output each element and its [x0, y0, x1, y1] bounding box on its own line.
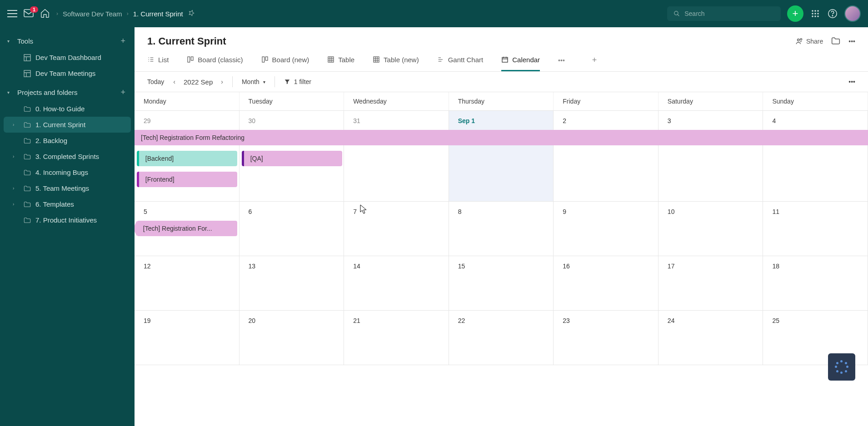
calendar-cell[interactable]: 20 — [239, 311, 344, 365]
calendar-date: 18 — [772, 263, 858, 270]
menu-icon[interactable] — [7, 10, 17, 17]
sidebar-item-project[interactable]: 4. Incoming Bugs — [4, 164, 131, 180]
svg-point-2 — [812, 10, 813, 12]
calendar-day-header: Saturday — [658, 92, 763, 110]
calendar-cell[interactable]: 21 — [344, 311, 449, 365]
svg-point-10 — [817, 15, 819, 17]
calendar-cell[interactable]: 14 — [344, 256, 449, 311]
tab-board-classic-[interactable]: Board (classic) — [187, 56, 243, 71]
calendar-date: 25 — [772, 317, 858, 324]
calendar-cell[interactable]: 22 — [449, 311, 554, 365]
folder-icon[interactable] — [831, 37, 840, 46]
calendar-cell[interactable]: Sep 1 — [449, 111, 554, 202]
sidebar-item-dev-meetings[interactable]: Dev Team Meetings — [4, 65, 131, 81]
calendar-event[interactable]: [Frontend] — [137, 172, 237, 187]
sidebar-item-project[interactable]: 0. How-to Guide — [4, 101, 131, 117]
chevron-down-icon: ▾ — [7, 39, 13, 44]
sidebar-section-label: Tools — [17, 37, 33, 45]
breadcrumb-item[interactable]: Software Dev Team — [63, 10, 122, 18]
calendar-more-icon[interactable]: ••• — [848, 78, 855, 85]
sidebar-item-project[interactable]: ›6. Templates — [4, 196, 131, 212]
event-label: [QA] — [250, 155, 263, 162]
calendar-date: 13 — [249, 263, 335, 270]
range-label: Month — [242, 78, 259, 85]
sidebar-section-projects[interactable]: ▾ Projects and folders + — [0, 84, 135, 101]
tab-table[interactable]: Table — [327, 56, 354, 71]
svg-rect-14 — [24, 70, 30, 77]
prev-month-button[interactable]: ‹ — [173, 78, 175, 85]
calendar-cell[interactable]: 19 — [135, 311, 239, 365]
calendar-event[interactable]: [Tech] Registration Form Refactoring — [135, 130, 868, 145]
calendar-cell[interactable]: 16 — [554, 256, 658, 311]
more-icon[interactable]: ••• — [848, 38, 855, 45]
calendar-cell[interactable]: 10 — [658, 202, 763, 256]
calendar-event[interactable]: [Backend] — [137, 151, 237, 166]
calendar-cell[interactable]: 23 — [554, 311, 658, 365]
share-button[interactable]: Share — [795, 37, 823, 45]
search-field[interactable] — [684, 10, 774, 17]
calendar-cell[interactable]: 17 — [658, 256, 763, 311]
tab-calendar[interactable]: Calendar — [501, 56, 540, 71]
calendar-cell[interactable]: 8 — [449, 202, 554, 256]
sidebar-item-label: 4. Incoming Bugs — [35, 168, 88, 176]
calendar-cell[interactable]: 7 — [344, 202, 449, 256]
calendar-event[interactable]: [Tech] Registration For... — [137, 221, 237, 236]
folder-icon — [24, 169, 31, 176]
calendar-day-header: Tuesday — [239, 92, 344, 110]
inbox-badge: 1 — [30, 6, 38, 13]
calendar-date: 6 — [249, 208, 335, 215]
calendar-cell[interactable]: 12 — [135, 256, 239, 311]
plus-icon[interactable]: + — [120, 36, 125, 46]
tab-gantt-chart[interactable]: Gantt Chart — [437, 56, 484, 71]
breadcrumb-item[interactable]: 1. Current Sprint — [133, 10, 183, 18]
search-input[interactable] — [667, 6, 781, 21]
create-button[interactable]: + — [787, 5, 803, 22]
plus-icon[interactable]: + — [120, 88, 125, 97]
tab-label: Table (new) — [384, 56, 419, 64]
calendar-toolbar: Today ‹ 2022 Sep › Month ▾ 1 filter ••• — [135, 72, 868, 92]
calendar-cell[interactable]: 18 — [763, 256, 868, 311]
tab-list[interactable]: List — [147, 56, 169, 71]
inbox-icon[interactable]: 1 — [24, 9, 34, 19]
chevron-right-icon: › — [13, 122, 17, 127]
calendar-cell[interactable]: 3 — [658, 111, 763, 202]
sidebar-item-project[interactable]: ›3. Completed Sprints — [4, 149, 131, 164]
folder-icon — [24, 154, 31, 160]
sidebar-section-tools[interactable]: ▾ Tools + — [0, 33, 135, 50]
calendar-cell[interactable]: 4 — [763, 111, 868, 202]
sidebar-item-project[interactable]: 2. Backlog — [4, 133, 131, 149]
sidebar-item-project[interactable]: 7. Product Initiatives — [4, 212, 131, 228]
calendar-cell[interactable]: 15 — [449, 256, 554, 311]
tab-table-new-[interactable]: Table (new) — [373, 56, 419, 71]
calendar-cell[interactable]: 9 — [554, 202, 658, 256]
sidebar-item-project[interactable]: ›1. Current Sprint — [4, 117, 131, 133]
calendar-tab-more-icon[interactable]: ••• — [558, 57, 565, 70]
add-view-button[interactable]: + — [592, 55, 597, 71]
avatar[interactable] — [844, 5, 861, 22]
range-select[interactable]: Month ▾ — [242, 78, 265, 85]
today-button[interactable]: Today — [147, 78, 164, 85]
calendar-date: 7 — [353, 208, 439, 215]
tab-icon — [373, 56, 380, 63]
home-icon[interactable] — [40, 8, 50, 20]
sidebar-item-label: 1. Current Sprint — [35, 121, 85, 129]
chevron-right-icon: › — [13, 154, 17, 159]
calendar-event[interactable]: [QA] — [242, 151, 342, 166]
tab-board-new-[interactable]: Board (new) — [261, 56, 309, 71]
next-month-button[interactable]: › — [221, 78, 223, 85]
apps-icon[interactable] — [810, 8, 821, 19]
calendar-cell[interactable]: 11 — [763, 202, 868, 256]
calendar-cell[interactable]: 31 — [344, 111, 449, 202]
filter-button[interactable]: 1 filter — [284, 78, 311, 85]
calendar-cell[interactable]: 24 — [658, 311, 763, 365]
sidebar-item-project[interactable]: ›5. Team Meetings — [4, 180, 131, 196]
help-icon[interactable] — [827, 8, 838, 19]
pin-icon[interactable] — [188, 10, 195, 18]
sidebar-item-label: Dev Team Dashboard — [35, 54, 101, 61]
svg-point-7 — [817, 13, 819, 15]
calendar-cell[interactable]: 6 — [239, 202, 344, 256]
sidebar-item-dev-dashboard[interactable]: Dev Team Dashboard — [4, 50, 131, 65]
calendar-date: 5 — [144, 208, 230, 215]
calendar-cell[interactable]: 2 — [554, 111, 658, 202]
calendar-cell[interactable]: 13 — [239, 256, 344, 311]
